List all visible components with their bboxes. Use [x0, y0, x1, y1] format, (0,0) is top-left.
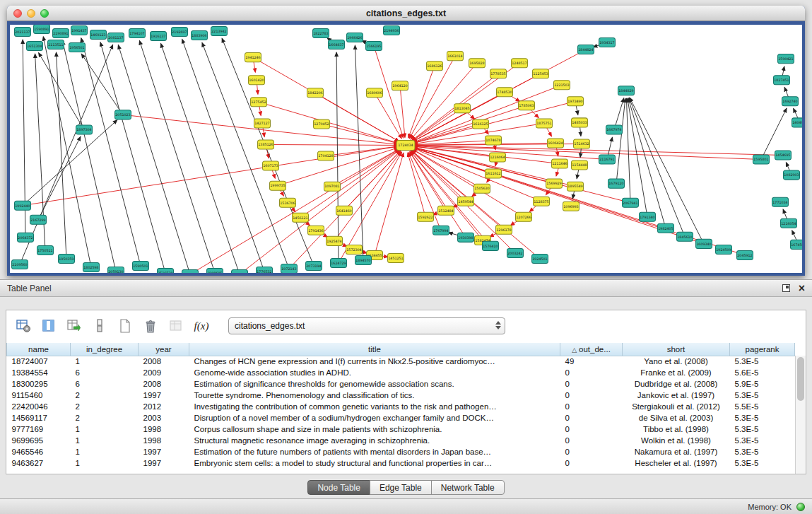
- graph-node[interactable]: 1512484: [438, 206, 454, 215]
- graph-node[interactable]: 1485033: [572, 118, 588, 127]
- graph-node[interactable]: 1641460: [336, 206, 353, 215]
- graph-node[interactable]: 1664837: [329, 40, 345, 49]
- table-cell[interactable]: 2: [71, 412, 139, 424]
- table-cell[interactable]: Estimation of the future numbers of pati…: [189, 446, 560, 457]
- graph-node[interactable]: 1601420: [249, 76, 265, 85]
- table-cell[interactable]: 0: [560, 424, 623, 435]
- graph-node[interactable]: 1611612: [486, 169, 502, 178]
- graph-node[interactable]: 1404957: [792, 118, 803, 127]
- table-scrollbar[interactable]: [795, 356, 806, 474]
- table-cell[interactable]: Tibbo et al. (1998): [623, 424, 730, 435]
- graph-node[interactable]: 1207266: [516, 212, 532, 221]
- merge-table-button[interactable]: [166, 316, 186, 336]
- table-cell[interactable]: 14569117: [7, 412, 71, 424]
- graph-node[interactable]: 1074678: [486, 136, 502, 145]
- graph-node[interactable]: 1569929: [546, 179, 563, 188]
- graph-edge[interactable]: [39, 53, 84, 130]
- network-canvas[interactable]: 1724034181304516161251074678121606416116…: [10, 25, 802, 273]
- import-table-button[interactable]: [64, 316, 84, 336]
- graph-node[interactable]: 1973490: [567, 97, 584, 106]
- graph-node[interactable]: 2113511: [48, 40, 64, 49]
- table-cell[interactable]: 1: [71, 457, 139, 469]
- table-cell[interactable]: Structural magnetic resonance image aver…: [189, 435, 560, 446]
- table-cell[interactable]: 19384554: [7, 367, 71, 378]
- graph-node[interactable]: 2051023: [115, 110, 131, 119]
- graph-node[interactable]: 1248517: [512, 59, 528, 68]
- table-cell[interactable]: Stergiakouli et al. (2012): [623, 401, 730, 412]
- column-header-pagerank[interactable]: pagerank: [730, 343, 795, 356]
- scrollbar-thumb[interactable]: [797, 357, 804, 401]
- graph-node[interactable]: 1096993: [563, 201, 579, 211]
- table-cell[interactable]: Genome-wide association studies in ADHD.: [189, 367, 560, 378]
- table-row[interactable]: 1938455462009Genome-wide association stu…: [7, 367, 795, 378]
- table-cell[interactable]: 1: [71, 435, 139, 446]
- graph-node[interactable]: 1895549: [567, 182, 584, 191]
- graph-node[interactable]: 1842206: [307, 88, 324, 98]
- graph-node[interactable]: 1606424: [548, 139, 564, 148]
- graph-node[interactable]: 1794107: [129, 29, 146, 38]
- graph-edge[interactable]: [81, 54, 123, 115]
- minimize-window-button[interactable]: [27, 9, 35, 18]
- graph-node[interactable]: 1924501: [532, 254, 548, 263]
- graph-node[interactable]: 1609340: [696, 239, 712, 248]
- function-builder-button[interactable]: f(x): [192, 316, 211, 336]
- graph-node[interactable]: 1934317: [599, 38, 616, 47]
- table-cell[interactable]: Yano et al. (2008): [623, 356, 730, 367]
- graph-node[interactable]: 1385126: [258, 140, 274, 149]
- column-header-title[interactable]: title: [189, 343, 560, 356]
- table-cell[interactable]: 2003: [139, 412, 189, 424]
- close-panel-icon[interactable]: ×: [799, 284, 805, 293]
- float-panel-icon[interactable]: [782, 284, 790, 292]
- close-window-button[interactable]: [13, 9, 22, 18]
- graph-node[interactable]: 1925474: [326, 236, 343, 245]
- table-cell[interactable]: 5.3E-5: [730, 356, 795, 367]
- graph-node[interactable]: 1680606: [367, 88, 383, 98]
- table-cell[interactable]: 1: [71, 446, 139, 457]
- graph-node[interactable]: 1845610: [677, 232, 693, 241]
- graph-hub-node[interactable]: 1724034: [396, 140, 415, 150]
- graph-edge[interactable]: [81, 38, 141, 266]
- graph-node[interactable]: 1592622: [418, 212, 434, 221]
- graph-node[interactable]: 1451251: [388, 253, 404, 262]
- graph-node[interactable]: 1616125: [473, 119, 489, 129]
- column-header-out-degree[interactable]: △out_de...: [560, 343, 623, 356]
- graph-node[interactable]: 1590501: [133, 261, 149, 270]
- table-cell[interactable]: Changes of HCN gene expression and I(f) …: [189, 356, 560, 367]
- table-cell[interactable]: Wolkin et al. (1998): [623, 435, 730, 446]
- graph-node[interactable]: 1802598: [83, 262, 100, 271]
- column-header-name[interactable]: name: [7, 343, 71, 356]
- graph-node[interactable]: 1572304: [346, 245, 363, 254]
- zoom-window-button[interactable]: [40, 9, 49, 18]
- graph-node[interactable]: 2213942: [211, 27, 228, 36]
- table-cell[interactable]: 0: [560, 401, 623, 412]
- tab-network-table[interactable]: Network Table: [431, 480, 505, 495]
- graph-node[interactable]: 1650119: [182, 269, 199, 273]
- table-cell[interactable]: Franke et al. (2009): [623, 367, 730, 378]
- graph-node[interactable]: 2516538: [158, 268, 174, 273]
- graph-node[interactable]: 1883906: [192, 31, 208, 40]
- table-cell[interactable]: 9465546: [7, 446, 71, 457]
- graph-node[interactable]: 1651304: [27, 42, 43, 51]
- graph-node[interactable]: 1514632: [574, 139, 590, 148]
- table-cell[interactable]: 0: [560, 412, 623, 424]
- column-header-year[interactable]: year: [139, 343, 189, 356]
- graph-node[interactable]: 1674503: [791, 240, 803, 249]
- table-cell[interactable]: 2008: [139, 356, 189, 367]
- graph-node[interactable]: 1875751: [536, 119, 553, 128]
- table-cell[interactable]: 1998: [139, 424, 189, 435]
- graph-edge[interactable]: [118, 45, 190, 273]
- graph-node[interactable]: 1456121: [293, 213, 309, 222]
- graph-node[interactable]: 2109560: [12, 259, 28, 269]
- rows-button[interactable]: [90, 316, 110, 336]
- graph-edge[interactable]: [100, 42, 165, 273]
- table-cell[interactable]: 5.6E-5: [730, 367, 795, 378]
- graph-node[interactable]: 1822783: [313, 29, 329, 38]
- graph-node[interactable]: 2192697: [172, 28, 188, 37]
- table-cell[interactable]: Disruption of a novel member of a sodium…: [189, 412, 560, 424]
- table-cell[interactable]: 5.3E-5: [730, 446, 795, 457]
- graph-node[interactable]: 1097081: [324, 182, 341, 191]
- graph-node[interactable]: 1221503: [554, 81, 570, 90]
- graph-node[interactable]: 1692740: [782, 97, 799, 106]
- graph-node[interactable]: 1827451: [774, 76, 790, 85]
- graph-node[interactable]: 1686126: [427, 62, 443, 71]
